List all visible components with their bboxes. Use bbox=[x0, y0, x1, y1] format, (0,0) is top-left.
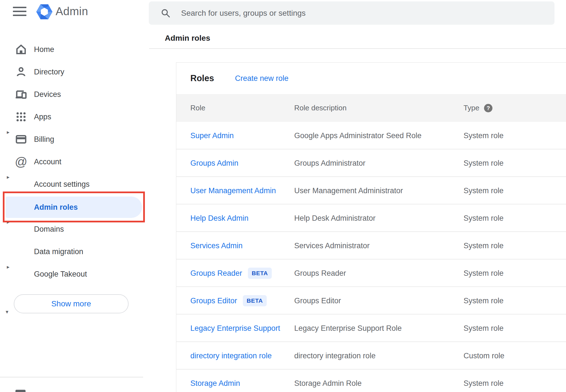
at-sign-icon: @ bbox=[15, 155, 28, 168]
sidebar-item-label: Data migration bbox=[34, 247, 83, 256]
role-link[interactable]: Groups Admin bbox=[190, 159, 238, 168]
table-header-row: Role Role description Type ? bbox=[176, 94, 566, 122]
role-link[interactable]: Groups Editor bbox=[190, 297, 237, 305]
table-row: Groups Admin Groups Administrator System… bbox=[176, 149, 566, 177]
beta-badge: BETA bbox=[243, 295, 267, 306]
role-link[interactable]: Help Desk Admin bbox=[190, 214, 248, 223]
sidebar-item-label: Domains bbox=[34, 225, 64, 234]
show-more-button[interactable]: Show more bbox=[14, 294, 129, 313]
role-type: Custom role bbox=[464, 342, 505, 370]
table-row: Super Admin Google Apps Administrator Se… bbox=[176, 122, 566, 149]
role-link[interactable]: Groups Reader bbox=[190, 269, 242, 278]
role-link[interactable]: Super Admin bbox=[190, 131, 234, 140]
table-row: Services Admin Services Administrator Sy… bbox=[176, 232, 566, 259]
role-description: Services Administrator bbox=[294, 232, 370, 259]
sidebar-item-directory[interactable]: ▸ Directory bbox=[0, 61, 149, 83]
role-link[interactable]: Legacy Enterprise Support bbox=[190, 324, 280, 333]
sidebar: Admin Home ▸ Directory ▸ bbox=[0, 0, 149, 392]
table-row: User Management Admin User Management Ad… bbox=[176, 177, 566, 204]
home-icon bbox=[15, 43, 28, 56]
role-type: System role bbox=[464, 122, 504, 149]
admin-logo-icon bbox=[36, 3, 53, 20]
role-type: System role bbox=[464, 370, 504, 392]
app-title: Admin bbox=[56, 5, 88, 18]
role-description: Groups Editor bbox=[294, 287, 341, 314]
role-type: System role bbox=[464, 314, 504, 342]
table-row: Legacy Enterprise Support Legacy Enterpr… bbox=[176, 314, 566, 342]
sidebar-bottom-divider bbox=[0, 377, 143, 377]
sidebar-item-label: Home bbox=[34, 45, 54, 54]
role-description: directory integration role bbox=[294, 342, 376, 370]
search-input[interactable]: Search for users, groups or settings bbox=[149, 1, 554, 25]
role-description: Legacy Enterprise Support Role bbox=[294, 314, 402, 342]
sidebar-item-label: Billing bbox=[34, 135, 54, 144]
header-divider bbox=[149, 48, 566, 49]
sidebar-item-label: Account bbox=[34, 158, 61, 166]
role-type: System role bbox=[464, 232, 504, 259]
chevron-down-icon[interactable]: ▾ bbox=[3, 309, 11, 315]
roles-card-header: Roles Create new role bbox=[176, 63, 566, 94]
sidebar-header: Admin bbox=[0, 0, 149, 24]
sidebar-item-data-migration[interactable]: Data migration bbox=[0, 240, 149, 263]
sidebar-item-account[interactable]: ▾ @ Account bbox=[0, 151, 149, 173]
sidebar-item-label: Directory bbox=[34, 68, 64, 76]
help-icon[interactable]: ? bbox=[484, 104, 492, 112]
sidebar-item-google-takeout[interactable]: Google Takeout bbox=[0, 263, 149, 285]
role-link[interactable]: User Management Admin bbox=[190, 186, 276, 195]
sidebar-item-label: Devices bbox=[34, 90, 61, 99]
table-row: Storage Admin Storage Admin Role System … bbox=[176, 370, 566, 392]
search-placeholder: Search for users, groups or settings bbox=[181, 9, 306, 18]
role-link[interactable]: directory integration role bbox=[190, 352, 272, 360]
sidebar-item-apps[interactable]: ▸ Apps bbox=[0, 106, 149, 128]
role-description: Groups Administrator bbox=[294, 149, 366, 177]
column-header-description: Role description bbox=[294, 94, 346, 122]
roles-card: Roles Create new role Role Role descript… bbox=[176, 62, 566, 392]
roles-table-body: Super Admin Google Apps Administrator Se… bbox=[176, 122, 566, 392]
credit-card-icon bbox=[15, 133, 28, 146]
role-description: Help Desk Administrator bbox=[294, 204, 376, 232]
sidebar-item-home[interactable]: Home bbox=[0, 38, 149, 61]
role-description: Storage Admin Role bbox=[294, 370, 362, 392]
role-type: System role bbox=[464, 204, 504, 232]
beta-badge: BETA bbox=[248, 268, 272, 279]
clipped-bottom-icon bbox=[15, 390, 26, 392]
table-row: Help Desk Admin Help Desk Administrator … bbox=[176, 204, 566, 232]
roles-title: Roles bbox=[190, 73, 214, 83]
role-description: Google Apps Administrator Seed Role bbox=[294, 122, 421, 149]
menu-icon[interactable] bbox=[13, 7, 26, 17]
person-icon bbox=[15, 65, 28, 78]
role-type: System role bbox=[464, 287, 504, 314]
search-icon bbox=[160, 8, 171, 20]
role-description: Groups Reader bbox=[294, 259, 346, 287]
table-row: directory integration role directory int… bbox=[176, 342, 566, 370]
devices-icon bbox=[15, 88, 28, 101]
sidebar-item-devices[interactable]: ▸ Devices bbox=[0, 83, 149, 106]
breadcrumb: Admin roles bbox=[165, 34, 210, 43]
show-more-label: Show more bbox=[51, 299, 91, 308]
sidebar-item-label: Google Takeout bbox=[34, 270, 87, 279]
role-type: System role bbox=[464, 259, 504, 287]
table-row: Groups Reader BETA Groups Reader System … bbox=[176, 259, 566, 287]
role-type: System role bbox=[464, 149, 504, 177]
column-header-role: Role bbox=[190, 94, 205, 122]
sidebar-item-billing[interactable]: ▸ Billing bbox=[0, 128, 149, 151]
sidebar-item-label: Account settings bbox=[34, 180, 90, 189]
role-link[interactable]: Storage Admin bbox=[190, 379, 240, 388]
table-row: Groups Editor BETA Groups Editor System … bbox=[176, 287, 566, 314]
role-description: User Management Administrator bbox=[294, 177, 403, 204]
role-link[interactable]: Services Admin bbox=[190, 241, 243, 250]
column-header-type: Type bbox=[464, 94, 479, 122]
apps-grid-icon bbox=[15, 110, 28, 123]
annotation-highlight-box bbox=[3, 192, 145, 222]
create-new-role-link[interactable]: Create new role bbox=[235, 74, 289, 83]
role-type: System role bbox=[464, 177, 504, 204]
sidebar-item-label: Apps bbox=[34, 113, 51, 121]
